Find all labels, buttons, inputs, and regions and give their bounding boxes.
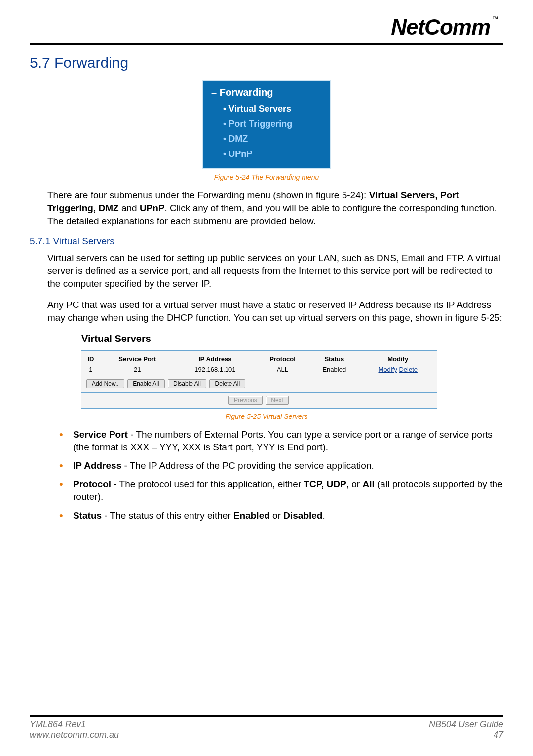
field-service-port: Service Port - The numbers of External P… xyxy=(59,428,503,454)
footer-guide: NB504 User Guide xyxy=(429,719,503,730)
field-status: Status - The status of this entry either… xyxy=(59,509,503,522)
cell-protocol: ALL xyxy=(256,364,309,377)
intro-text-mid: and xyxy=(119,203,140,213)
virtual-servers-panel: ID Service Port IP Address Protocol Stat… xyxy=(81,350,437,393)
cell-status: Enabled xyxy=(309,364,359,377)
col-id: ID xyxy=(81,352,100,364)
virtual-servers-note: Any PC that was used for a virtual serve… xyxy=(47,299,503,324)
enable-all-button[interactable]: Enable All xyxy=(127,379,164,388)
menu-item-upnp[interactable]: UPnP xyxy=(223,147,316,162)
field-term: Protocol xyxy=(73,479,111,489)
section-heading: 5.7 Forwarding xyxy=(30,54,503,71)
field-desc-mid: or xyxy=(270,510,283,521)
table-header-row: ID Service Port IP Address Protocol Stat… xyxy=(81,352,437,364)
table-row: 1 21 192.168.1.101 ALL Enabled Modify De… xyxy=(81,364,437,377)
field-desc-bold: TCP, UDP xyxy=(304,479,346,489)
cell-id: 1 xyxy=(81,364,100,377)
footer-left: YML864 Rev1 www.netcomm.com.au xyxy=(30,719,119,740)
add-new-button[interactable]: Add New.. xyxy=(86,379,124,388)
modify-link[interactable]: Modify xyxy=(378,366,397,373)
delete-all-button[interactable]: Delete All xyxy=(209,379,245,388)
intro-text-pre: There are four submenus under the Forwar… xyxy=(47,190,369,200)
field-term: Status xyxy=(73,510,102,521)
field-desc-post: . xyxy=(322,510,325,521)
previous-button[interactable]: Previous xyxy=(228,396,263,405)
field-ip-address: IP Address - The IP Address of the PC pr… xyxy=(59,459,503,472)
field-term: IP Address xyxy=(73,460,121,471)
col-status: Status xyxy=(309,352,359,364)
delete-link[interactable]: Delete xyxy=(399,366,418,373)
col-modify: Modify xyxy=(359,352,437,364)
figure-caption-menu: Figure 5-24 The Forwarding menu xyxy=(30,173,503,181)
table-button-row: Add New.. Enable All Disable All Delete … xyxy=(81,377,437,391)
col-ip-address: IP Address xyxy=(175,352,256,364)
cell-service-port: 21 xyxy=(100,364,175,377)
intro-paragraph: There are four submenus under the Forwar… xyxy=(47,189,503,227)
virtual-servers-figure: Virtual Servers ID Service Port IP Addre… xyxy=(81,333,437,409)
forwarding-menu-box: Forwarding Virtual Servers Port Triggeri… xyxy=(202,80,331,169)
menu-children: Virtual Servers Port Triggering DMZ UPnP xyxy=(223,101,316,161)
footer-doc-rev: YML864 Rev1 xyxy=(30,719,119,730)
menu-parent[interactable]: Forwarding xyxy=(211,87,316,98)
sub-heading: 5.7.1 Virtual Servers xyxy=(30,236,503,247)
field-desc-mid: , or xyxy=(346,479,363,489)
intro-bold-2: UPnP xyxy=(140,203,165,213)
menu-item-port-triggering[interactable]: Port Triggering xyxy=(223,116,316,132)
field-desc-bold2: Disabled xyxy=(283,510,322,521)
field-descriptions: Service Port - The numbers of External P… xyxy=(59,428,503,522)
brand-logo: NetComm™ xyxy=(30,15,503,39)
header-divider xyxy=(30,43,503,45)
field-protocol: Protocol - The protocol used for this ap… xyxy=(59,478,503,503)
trademark-symbol: ™ xyxy=(492,15,498,23)
field-desc: - The numbers of External Ports. You can… xyxy=(73,429,493,453)
field-desc: - The IP Address of the PC providing the… xyxy=(121,460,374,471)
footer-page-number: 47 xyxy=(429,730,503,740)
disable-all-button[interactable]: Disable All xyxy=(168,379,206,388)
menu-item-virtual-servers[interactable]: Virtual Servers xyxy=(223,101,316,116)
field-desc-bold: Enabled xyxy=(233,510,270,521)
forwarding-menu-figure: Forwarding Virtual Servers Port Triggeri… xyxy=(30,80,503,169)
virtual-servers-title: Virtual Servers xyxy=(81,333,437,344)
col-service-port: Service Port xyxy=(100,352,175,364)
field-desc-bold2: All xyxy=(362,479,374,489)
col-protocol: Protocol xyxy=(256,352,309,364)
cell-modify: Modify Delete xyxy=(359,364,437,377)
footer-url: www.netcomm.com.au xyxy=(30,730,119,740)
menu-item-dmz[interactable]: DMZ xyxy=(223,131,316,147)
virtual-servers-intro: Virtual servers can be used for setting … xyxy=(47,252,503,290)
virtual-servers-table: ID Service Port IP Address Protocol Stat… xyxy=(81,352,437,377)
next-button[interactable]: Next xyxy=(266,396,289,405)
table-nav-row: Previous Next xyxy=(81,393,437,409)
figure-caption-vs: Figure 5-25 Virtual Servers xyxy=(30,413,503,420)
brand-name: NetComm xyxy=(391,15,490,39)
page-footer: YML864 Rev1 www.netcomm.com.au NB504 Use… xyxy=(30,715,503,740)
field-desc-pre: - The protocol used for this application… xyxy=(111,479,304,489)
cell-ip-address: 192.168.1.101 xyxy=(175,364,256,377)
footer-right: NB504 User Guide 47 xyxy=(429,719,503,740)
field-desc-pre: - The status of this entry either xyxy=(102,510,233,521)
field-term: Service Port xyxy=(73,429,128,440)
